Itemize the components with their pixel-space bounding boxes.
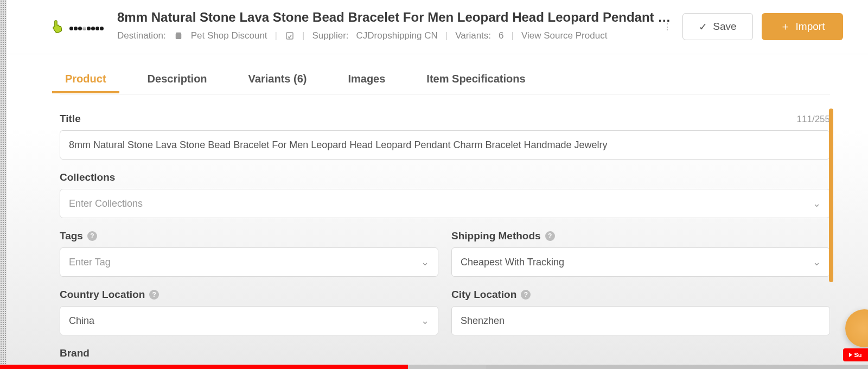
youtube-badge-text: Su [854, 352, 861, 358]
title-label: Title [60, 113, 81, 125]
help-icon[interactable]: ? [87, 231, 97, 241]
cursor-hand-icon [50, 18, 66, 35]
video-played [0, 365, 408, 369]
youtube-subscribe-badge[interactable]: Su [843, 348, 868, 361]
video-progress-bar[interactable] [0, 365, 868, 369]
chevron-down-icon: ⌄ [421, 256, 429, 268]
destination-link[interactable]: Pet Shop Discount [191, 30, 267, 41]
country-location-label: Country Location ? [60, 289, 438, 301]
import-button-label: Import [796, 21, 825, 33]
variants-label: Variants: [455, 30, 491, 41]
kebab-icon: ⋮ [663, 22, 672, 32]
collections-placeholder: Enter Collections [69, 198, 143, 209]
chevron-down-icon: ⌄ [813, 256, 821, 268]
country-location-select[interactable]: China ⌄ [60, 306, 438, 335]
meta-separator: | [275, 30, 277, 41]
tab-description[interactable]: Description [142, 65, 213, 93]
product-title: 8mm Natural Stone Lava Stone Bead Bracel… [117, 10, 673, 25]
product-form: Title 111/255 Collections Enter Collecti… [60, 109, 830, 359]
city-location-select[interactable]: Shenzhen [451, 306, 830, 335]
play-icon [849, 353, 852, 357]
shopify-icon [174, 31, 183, 41]
city-location-label: City Location ? [451, 289, 830, 301]
collections-label: Collections [60, 171, 830, 183]
country-location-value: China [69, 315, 94, 327]
help-icon[interactable]: ? [545, 231, 555, 241]
shipping-label-text: Shipping Methods [451, 230, 541, 242]
title-input[interactable] [69, 139, 821, 151]
meta-separator: | [302, 30, 304, 41]
meta-separator: | [512, 30, 514, 41]
tags-select[interactable]: Enter Tag ⌄ [60, 247, 438, 277]
tab-variants[interactable]: Variants (6) [243, 65, 312, 93]
title-char-counter: 111/255 [797, 114, 830, 125]
title-input-wrapper [60, 130, 830, 160]
save-button[interactable]: ✓ Save [682, 13, 753, 40]
more-menu-button[interactable]: ⋮ [661, 16, 674, 37]
view-source-link[interactable]: View Source Product [521, 30, 607, 41]
tab-images[interactable]: Images [342, 65, 391, 93]
tags-label: Tags ? [60, 230, 438, 242]
help-icon[interactable]: ? [149, 290, 159, 300]
chat-fab-button[interactable] [845, 309, 868, 347]
collections-select[interactable]: Enter Collections ⌄ [60, 189, 830, 218]
tab-item-specifications[interactable]: Item Specifications [421, 65, 531, 93]
chevron-down-icon: ⌄ [813, 198, 821, 209]
shipping-methods-label: Shipping Methods ? [451, 230, 830, 242]
shipping-methods-select[interactable]: Cheapest With Tracking ⌄ [451, 247, 830, 277]
product-meta-row: Destination: Pet Shop Discount | | Suppl… [117, 30, 673, 41]
tags-placeholder: Enter Tag [69, 257, 111, 268]
check-icon: ✓ [699, 21, 707, 33]
meta-separator: | [445, 30, 448, 41]
scrollbar-thumb[interactable] [829, 109, 833, 282]
svg-rect-0 [286, 33, 293, 39]
supplier-link[interactable]: CJDropshipping CN [356, 30, 438, 41]
product-tabs: Product Description Variants (6) Images … [60, 64, 830, 94]
help-icon[interactable]: ? [521, 290, 531, 300]
chevron-down-icon: ⌄ [421, 315, 429, 327]
city-label-text: City Location [451, 289, 516, 301]
variants-count: 6 [499, 30, 503, 41]
note-icon[interactable] [285, 31, 295, 41]
product-header: 8mm Natural Stone Lava Stone Bead Bracel… [7, 0, 868, 54]
brand-label: Brand [60, 347, 830, 359]
product-thumbnail [65, 16, 107, 40]
left-pattern-strip [0, 0, 7, 369]
plus-icon: ＋ [780, 20, 790, 34]
shipping-methods-value: Cheapest With Tracking [461, 257, 564, 268]
import-button[interactable]: ＋ Import [762, 13, 843, 40]
destination-label: Destination: [117, 30, 166, 41]
tags-label-text: Tags [60, 230, 83, 242]
city-location-value: Shenzhen [461, 315, 505, 327]
save-button-label: Save [713, 21, 736, 33]
tab-product[interactable]: Product [60, 65, 112, 93]
supplier-label: Supplier: [312, 30, 348, 41]
country-label-text: Country Location [60, 289, 145, 301]
